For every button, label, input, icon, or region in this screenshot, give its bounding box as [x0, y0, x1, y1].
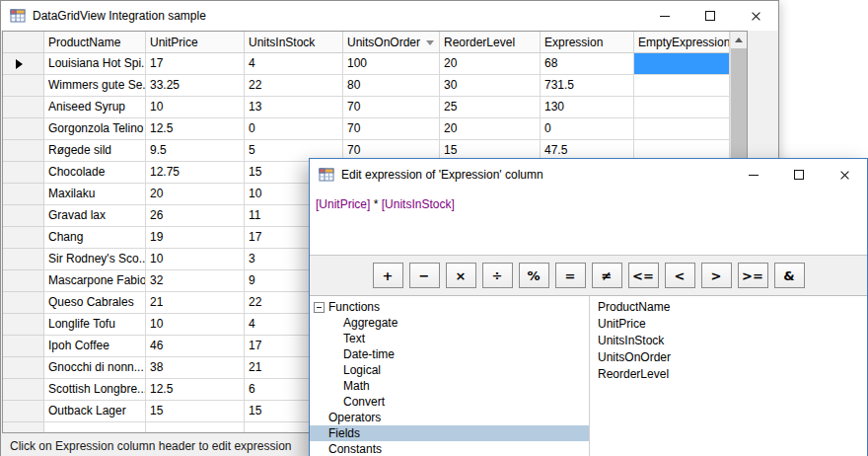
field-list-item-unitsinstock[interactable]: UnitsInStock [590, 333, 867, 349]
grid-cell[interactable]: Gnocchi di nonn... [44, 357, 146, 379]
scroll-up-button[interactable] [731, 32, 747, 48]
grid-cell[interactable]: 0 [245, 118, 343, 140]
operator-button[interactable]: <= [628, 263, 659, 288]
operator-button[interactable]: − [409, 263, 440, 288]
grid-cell[interactable]: 731.5 [541, 75, 634, 97]
column-header-unitsonorder[interactable]: UnitsOnOrder [343, 32, 440, 53]
grid-cell[interactable]: 15 [146, 401, 245, 422]
grid-cell[interactable]: Outback Lager [44, 401, 146, 422]
grid-cell[interactable]: 33.25 [146, 75, 245, 97]
operator-button[interactable]: + [373, 263, 403, 288]
operator-button[interactable]: × [446, 263, 476, 288]
row-header[interactable] [3, 184, 44, 205]
grid-cell[interactable]: 68 [541, 53, 634, 75]
grid-cell[interactable]: Chocolade [44, 162, 146, 184]
grid-cell[interactable]: 130 [541, 97, 634, 118]
row-header[interactable] [3, 401, 44, 422]
grid-cell[interactable]: Gorgonzola Telino [44, 118, 146, 140]
grid-cell[interactable]: 22 [245, 75, 343, 97]
grid-cell[interactable]: 4 [245, 53, 343, 75]
operator-button[interactable]: % [519, 263, 549, 288]
grid-cell[interactable]: 20 [440, 118, 541, 140]
field-list-item-unitprice[interactable]: UnitPrice [590, 316, 867, 333]
tree-item-operators[interactable]: Operators [310, 410, 589, 425]
grid-cell[interactable]: Maxilaku [44, 184, 146, 205]
tree-item-text[interactable]: Text [310, 331, 589, 346]
dialog-minimize-button[interactable] [731, 159, 776, 190]
grid-cell[interactable]: Aniseed Syrup [44, 97, 146, 118]
grid-cell[interactable]: 38 [146, 357, 245, 379]
operator-button[interactable]: > [701, 263, 732, 288]
grid-cell[interactable]: Gravad lax [44, 205, 146, 227]
grid-cell[interactable]: 10 [146, 97, 245, 118]
grid-cell[interactable]: 80 [343, 75, 440, 97]
tree-item-fields[interactable]: Fields [310, 425, 589, 441]
maximize-button[interactable] [687, 1, 733, 31]
column-header-productname[interactable]: ProductName [44, 32, 146, 53]
column-header-reorderlevel[interactable]: ReorderLevel [440, 32, 541, 53]
dialog-maximize-button[interactable] [776, 159, 822, 190]
dialog-close-button[interactable] [822, 159, 867, 190]
grid-cell[interactable]: 12.5 [146, 379, 245, 401]
tree-item-constants[interactable]: Constants [310, 441, 589, 456]
grid-cell[interactable] [634, 75, 730, 97]
grid-cell[interactable]: 26 [146, 205, 245, 227]
row-header[interactable] [3, 205, 44, 227]
row-header[interactable] [3, 118, 44, 140]
grid-cell[interactable]: 20 [440, 53, 541, 75]
tree-item-functions[interactable]: Functions [310, 299, 589, 315]
operator-button[interactable]: ≠ [592, 263, 622, 288]
grid-cell[interactable]: 13 [245, 97, 343, 118]
grid-cell[interactable]: Sir Rodney's Sco... [44, 249, 146, 270]
grid-cell[interactable]: 30 [440, 75, 541, 97]
tree-item-math[interactable]: Math [310, 378, 589, 394]
close-button[interactable] [733, 1, 778, 31]
grid-cell[interactable]: 12.75 [146, 162, 245, 184]
grid-cell[interactable]: Louisiana Hot Spi... [44, 53, 146, 75]
tree-item-convert[interactable]: Convert [310, 394, 589, 410]
minimize-button[interactable] [642, 1, 687, 31]
grid-cell[interactable]: 70 [343, 97, 440, 118]
grid-cell[interactable]: Longlife Tofu [44, 314, 146, 336]
row-header[interactable] [3, 314, 44, 336]
row-header[interactable] [3, 379, 44, 401]
row-header[interactable] [3, 249, 44, 270]
operator-button[interactable]: & [774, 263, 805, 288]
grid-cell[interactable]: 0 [541, 118, 634, 140]
grid-cell[interactable]: 70 [343, 118, 440, 140]
grid-cell[interactable]: Mascarpone Fabioli [44, 270, 146, 292]
row-header[interactable] [3, 140, 44, 162]
row-header[interactable] [3, 292, 44, 314]
grid-cell[interactable]: 100 [343, 53, 440, 75]
grid-cell[interactable]: Ipoh Coffee [44, 336, 146, 357]
column-header-emptyexpression[interactable]: EmptyExpression [634, 32, 730, 53]
grid-cell[interactable]: 17 [146, 53, 245, 75]
dialog-titlebar[interactable]: Edit expression of 'Expression' column [310, 159, 867, 190]
grid-cell[interactable]: 46 [146, 336, 245, 357]
operator-button[interactable]: < [665, 263, 695, 288]
expression-input[interactable]: [UnitPrice] * [UnitsInStock] [310, 190, 867, 256]
row-header[interactable] [3, 53, 44, 75]
grid-cell[interactable]: Scottish Longbre... [44, 379, 146, 401]
operator-button[interactable]: = [555, 263, 586, 288]
grid-cell[interactable]: 12.5 [146, 118, 245, 140]
operator-button[interactable]: >= [738, 263, 768, 288]
tree-item-logical[interactable]: Logical [310, 362, 589, 378]
field-list-item-productname[interactable]: ProductName [590, 299, 867, 316]
grid-cell[interactable]: 20 [146, 184, 245, 205]
grid-cell[interactable]: Chang [44, 227, 146, 249]
column-header-unitprice[interactable]: UnitPrice [146, 32, 245, 53]
row-header[interactable] [3, 270, 44, 292]
row-header[interactable] [3, 75, 44, 97]
main-titlebar[interactable]: DataGridView Integration sample [1, 1, 778, 31]
row-header[interactable] [3, 227, 44, 249]
grid-cell[interactable]: 25 [440, 97, 541, 118]
field-list-item-reorderlevel[interactable]: ReorderLevel [590, 366, 867, 383]
grid-cell[interactable]: 10 [146, 314, 245, 336]
grid-cell[interactable] [634, 118, 730, 140]
collapse-icon[interactable] [314, 302, 325, 313]
row-header[interactable] [3, 97, 44, 118]
grid-cell[interactable]: Wimmers gute Se... [44, 75, 146, 97]
operator-button[interactable]: ÷ [482, 263, 513, 288]
grid-cell[interactable]: Røgede sild [44, 140, 146, 162]
